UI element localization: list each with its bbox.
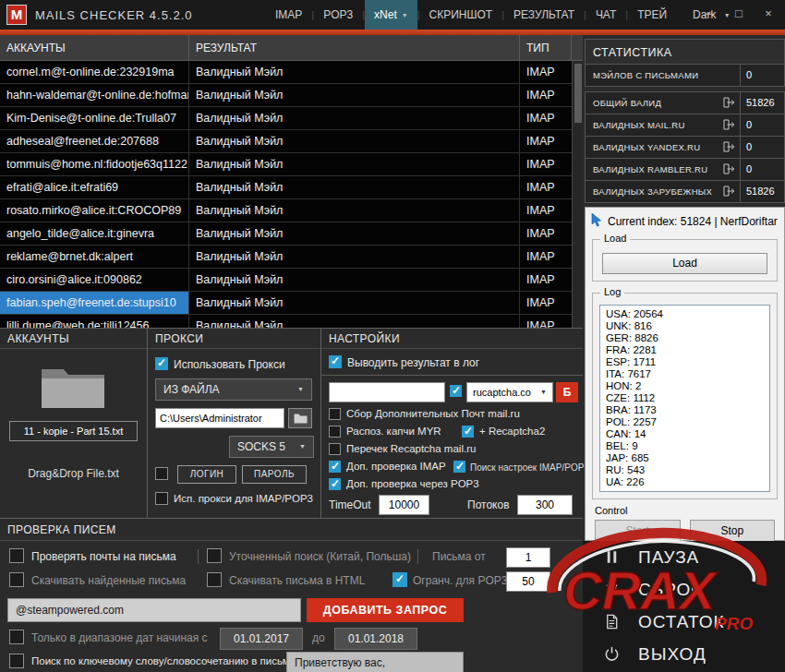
table-cell: IMAP <box>520 222 572 246</box>
column-header-type[interactable]: ТИП <box>520 35 572 60</box>
captcha-service-checkbox[interactable] <box>450 385 462 397</box>
statistics-title: СТАТИСТИКА <box>585 39 785 65</box>
table-cell: tommuis@home.nl:fidootje63q1122 <box>0 153 189 176</box>
menu-item-трей[interactable]: ТРЕЙ <box>628 0 676 30</box>
export-icon[interactable] <box>723 95 740 111</box>
menu-item-xnet[interactable]: xNet▼ <box>365 0 417 30</box>
table-cell: IMAP <box>520 107 572 130</box>
letters-from-input[interactable] <box>506 547 550 568</box>
table-scrollbar[interactable] <box>572 61 583 328</box>
timeout-input[interactable] <box>379 495 429 515</box>
folder-icon[interactable] <box>39 360 107 414</box>
table-cell: rosato.mirko@alice.it:CROCOP89 <box>0 199 189 222</box>
table-row[interactable]: angelo_tilde@alice.it:ginevraВалидный Мэ… <box>0 222 572 246</box>
extra-imap-check-checkbox[interactable] <box>329 461 341 473</box>
pop3-limit-checkbox[interactable] <box>392 572 407 587</box>
table-row[interactable]: hahn-waldemar@t-online.de:hofmarВалидный… <box>0 84 572 107</box>
cursor-icon <box>591 213 602 230</box>
menu-item-pop3[interactable]: POP3 <box>314 0 362 30</box>
menu-item-чат[interactable]: ЧАТ <box>586 0 625 30</box>
titlebar: M MAILS CHECKER 4.5.2.0 IMAP|POP3|xNet▼|… <box>0 0 785 30</box>
proxy-type-select[interactable]: ▼ SOCKS 5 <box>229 436 314 458</box>
query-input[interactable] <box>7 598 301 622</box>
proxy-for-imap-checkbox[interactable] <box>155 492 168 505</box>
table-row[interactable]: lilli.dume@web.de:tilli12456Валидный Мэй… <box>0 315 572 328</box>
table-row[interactable]: Kim-Denise@t-online.de:Trulla07Валидный … <box>0 107 572 130</box>
menu-item-imap[interactable]: IMAP <box>266 0 311 30</box>
minimize-button[interactable]: ─ <box>694 0 724 30</box>
keyword-input[interactable] <box>286 652 464 672</box>
proxy-auth-checkbox[interactable] <box>155 467 168 480</box>
menu: IMAP|POP3|xNet▼|СКРИНШОТ|РЕЗУЛЬТАТ|ЧАТ|Т… <box>266 0 676 30</box>
proxy-source-select[interactable]: ▼ ИЗ ФАЙЛА <box>155 378 312 401</box>
check-letters-checkbox[interactable] <box>9 548 24 563</box>
middle-panels: АККАУНТЫ 11 - kopie - Part 15.txt Drag&D… <box>0 328 583 518</box>
table-row[interactable]: rosato.mirko@alice.it:CROCOP89Валидный М… <box>0 199 572 222</box>
table-row[interactable]: ciro.orsini@alice.it:090862Валидный Мэйл… <box>0 269 572 292</box>
table-row[interactable]: adheseal@freenet.de:207688Валидный МэйлI… <box>0 130 572 153</box>
log-output-checkbox[interactable] <box>329 355 342 368</box>
date-to-button[interactable]: 01.01.2018 <box>334 628 417 650</box>
table-cell: IMAP <box>520 269 572 292</box>
captcha-key-input[interactable] <box>329 382 445 402</box>
table-cell: Валидный Мэйл <box>189 61 520 84</box>
balance-button[interactable]: Б <box>556 382 578 402</box>
menu-item-скриншот[interactable]: СКРИНШОТ <box>420 0 502 30</box>
extra-pop3-check-checkbox[interactable] <box>329 478 341 490</box>
table-row[interactable]: tommuis@home.nl:fidootje63q1122Валидный … <box>0 153 572 176</box>
use-proxy-checkbox[interactable] <box>155 357 168 370</box>
table-cell: angelo_tilde@alice.it:ginevra <box>0 222 189 246</box>
letters-from-label: Письма от <box>432 550 486 563</box>
export-icon[interactable] <box>723 184 740 199</box>
download-found-checkbox[interactable] <box>9 572 24 587</box>
threads-input[interactable] <box>517 495 573 515</box>
add-query-button[interactable]: ДОБАВИТЬ ЗАПРОС <box>307 598 464 622</box>
captcha-service-select[interactable]: ▼ rucaptcha.co <box>466 382 553 402</box>
remainder-button[interactable]: ОСТАТОК <box>583 606 785 638</box>
keyword-search-checkbox[interactable] <box>9 654 24 668</box>
table-row[interactable]: cornel.m@t-online.de:232919maВалидный Мэ… <box>0 61 572 84</box>
stat-label: ВАЛИДНЫХ RAMBLER.RU <box>586 164 723 174</box>
loaded-file-name[interactable]: 11 - kopie - Part 15.txt <box>9 421 138 441</box>
browse-folder-button[interactable] <box>288 408 312 428</box>
pop3-limit-input[interactable] <box>506 571 550 592</box>
refined-search-checkbox[interactable] <box>207 548 222 563</box>
recognize-captcha-checkbox[interactable] <box>329 426 341 438</box>
collect-extra-mail-checkbox[interactable] <box>329 408 341 420</box>
recognize-captcha-label: Распоз. капчи MYR <box>346 426 441 437</box>
menu-item-результат[interactable]: РЕЗУЛЬТАТ <box>504 0 584 30</box>
column-header-result[interactable]: РЕЗУЛЬТАТ <box>189 35 520 60</box>
mail-check-title: ПРОВЕРКА ПИСЕМ <box>0 519 583 541</box>
maximize-button[interactable]: □ <box>724 0 754 30</box>
start-button[interactable]: Start <box>595 520 681 542</box>
recheck-recaptcha-checkbox[interactable] <box>329 443 341 455</box>
date-from-button[interactable]: 01.01.2017 <box>220 628 303 650</box>
reset-button[interactable]: СБРОС <box>583 573 785 606</box>
export-icon[interactable] <box>723 117 740 133</box>
export-icon[interactable] <box>723 139 740 155</box>
recaptcha2-checkbox[interactable] <box>462 426 474 438</box>
download-html-checkbox[interactable] <box>207 572 222 587</box>
scrollbar-thumb[interactable] <box>574 64 582 123</box>
imap-pop-settings-label: Поиск настроек IMAP/POP <box>470 462 584 473</box>
export-icon[interactable] <box>723 162 740 177</box>
login-button[interactable]: ЛОГИН <box>177 465 236 484</box>
proxy-file-path-input[interactable] <box>155 408 284 428</box>
date-range-checkbox[interactable] <box>9 630 24 644</box>
exit-button[interactable]: ВЫХОД <box>583 638 785 670</box>
table-row[interactable]: fabian.speh@freenet.de:stupsi10Валидный … <box>0 292 572 315</box>
log-textarea[interactable]: USA: 20564 UNK: 816 GER: 8826 FRA: 2281 … <box>599 305 770 492</box>
table-cell: Валидный Мэйл <box>189 176 520 199</box>
stop-button[interactable]: Stop <box>690 520 776 542</box>
column-header-accounts[interactable]: АККАУНТЫ <box>0 35 189 60</box>
date-to-label: до <box>312 631 325 644</box>
accounts-table: АККАУНТЫ РЕЗУЛЬТАТ ТИП cornel.m@t-online… <box>0 35 583 328</box>
pause-button[interactable]: ПАУЗА <box>583 541 785 573</box>
load-button[interactable]: Load <box>602 253 767 274</box>
table-row[interactable]: reklame@brnet.dk:alpertВалидный МэйлIMAP <box>0 246 572 269</box>
password-button[interactable]: ПАРОЛЬ <box>242 465 307 484</box>
imap-pop-settings-checkbox[interactable] <box>453 461 465 473</box>
table-row[interactable]: efrati@alice.it:efrati69Валидный МэйлIMA… <box>0 176 572 199</box>
close-button[interactable]: × <box>754 0 783 30</box>
stat-row: ВАЛИДНЫХ ЗАРУБЕЖНЫХ51826 <box>585 180 785 203</box>
